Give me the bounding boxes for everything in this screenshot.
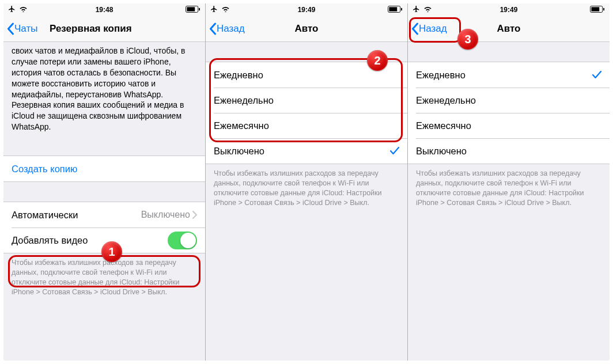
screen-backup-settings: 19:48 Чаты Резервная копия своих чатов и… <box>3 3 205 361</box>
option-monthly-label: Ежемесячно <box>214 120 399 131</box>
chevron-left-icon <box>7 22 14 35</box>
include-videos-row: Добавлять видео <box>3 227 205 253</box>
battery-icon <box>590 6 605 14</box>
svg-rect-4 <box>389 7 397 11</box>
option-monthly-label: Ежемесячно <box>416 120 601 131</box>
nav-bar: Назад Авто 3 <box>408 16 610 42</box>
option-off[interactable]: Выключено <box>206 138 407 164</box>
airplane-mode-icon <box>8 5 16 14</box>
include-videos-label: Добавлять видео <box>12 235 168 246</box>
back-label: Назад <box>419 23 447 35</box>
status-bar: 19:49 <box>408 3 610 16</box>
footer-note: Чтобы избежать излишних расходов за пере… <box>3 253 205 304</box>
back-label: Чаты <box>14 23 37 35</box>
footer-note: Чтобы избежать излишних расходов за пере… <box>206 164 407 215</box>
option-weekly-label: Еженедельно <box>214 95 399 106</box>
content: Ежедневно Еженедельно Ежемесячно Выключе… <box>206 42 407 361</box>
status-bar: 19:48 <box>3 3 205 16</box>
page-title: Резервная копия <box>50 23 132 35</box>
chevron-left-icon <box>411 22 419 35</box>
footer-note: Чтобы избежать излишних расходов за пере… <box>408 164 610 215</box>
airplane-mode-icon <box>210 5 218 14</box>
auto-backup-value: Выключено <box>141 210 190 220</box>
option-daily[interactable]: Ежедневно <box>206 62 407 88</box>
option-daily-label: Ежедневно <box>214 70 399 81</box>
create-backup-label: Создать копию <box>12 164 197 175</box>
screen-auto-frequency-daily: 19:49 Назад Авто 3 Ежедневно Еженедельно <box>407 3 610 361</box>
create-backup-button[interactable]: Создать копию <box>3 156 205 181</box>
status-time: 19:48 <box>3 6 205 14</box>
content: Ежедневно Еженедельно Ежемесячно Выключе… <box>408 42 610 361</box>
content: своих чатов и медиафайлов в iCloud, чтоб… <box>3 42 205 361</box>
option-daily[interactable]: Ежедневно <box>408 62 610 88</box>
back-button[interactable]: Назад <box>209 22 245 35</box>
back-button[interactable]: Чаты <box>7 22 37 35</box>
check-icon <box>592 71 601 79</box>
back-button[interactable]: Назад <box>411 22 447 35</box>
svg-rect-1 <box>187 7 195 11</box>
status-time: 19:49 <box>408 6 610 14</box>
auto-backup-row[interactable]: Автоматически Выключено <box>3 202 205 227</box>
option-monthly[interactable]: Ежемесячно <box>408 113 610 138</box>
auto-backup-label: Автоматически <box>12 210 141 221</box>
nav-bar: Чаты Резервная копия <box>3 16 205 42</box>
description-text: своих чатов и медиафайлов в iCloud, чтоб… <box>3 42 205 141</box>
option-daily-label: Ежедневно <box>416 70 592 81</box>
status-time: 19:49 <box>206 6 407 14</box>
battery-icon <box>388 6 403 14</box>
screen-auto-frequency-off: 19:49 Назад Авто Ежедневно Еженедельно Е… <box>205 3 407 361</box>
status-bar: 19:49 <box>206 3 407 16</box>
chevron-left-icon <box>209 22 217 35</box>
battery-icon <box>186 6 200 14</box>
svg-rect-8 <box>603 7 604 10</box>
wifi-icon <box>19 6 28 14</box>
airplane-mode-icon <box>413 5 420 14</box>
check-icon <box>390 147 399 155</box>
option-off-label: Выключено <box>416 146 601 157</box>
nav-bar: Назад Авто <box>206 16 407 42</box>
wifi-icon <box>423 6 432 14</box>
back-label: Назад <box>217 23 245 35</box>
svg-rect-7 <box>591 7 599 11</box>
svg-rect-5 <box>401 7 402 10</box>
option-monthly[interactable]: Ежемесячно <box>206 113 407 138</box>
option-weekly[interactable]: Еженедельно <box>206 88 407 113</box>
option-off-label: Выключено <box>214 146 390 157</box>
option-off[interactable]: Выключено <box>408 138 610 164</box>
option-weekly[interactable]: Еженедельно <box>408 88 610 113</box>
svg-rect-2 <box>199 7 200 10</box>
wifi-icon <box>221 6 230 14</box>
include-videos-toggle[interactable] <box>168 232 197 249</box>
option-weekly-label: Еженедельно <box>416 95 601 106</box>
chevron-right-icon <box>192 211 197 219</box>
